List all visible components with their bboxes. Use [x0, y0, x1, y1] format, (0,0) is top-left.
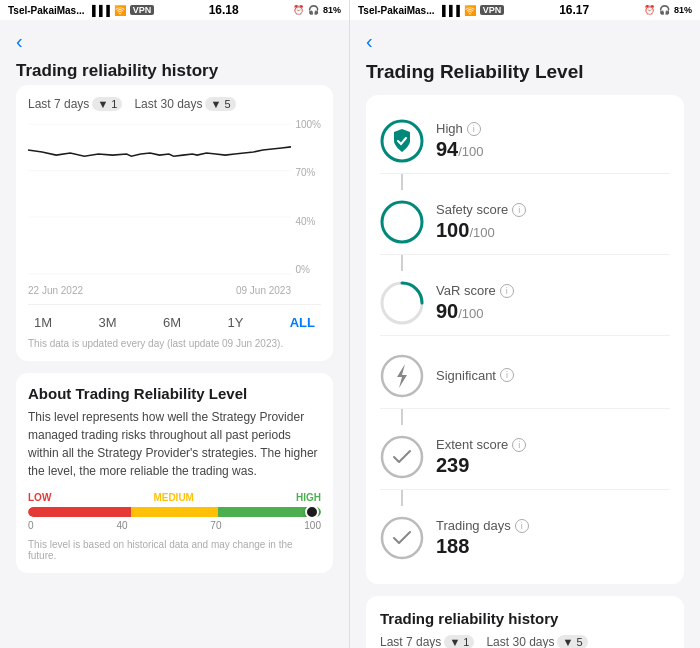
reliability-item-high: High i 94/100 — [380, 109, 670, 174]
status-bar-right-battery: ⏰ 🎧 81% — [644, 5, 692, 15]
status-bar-right: Tsel-PakaiMas... ▐▐▐ 🛜 VPN 16.17 ⏰ 🎧 81% — [350, 0, 700, 20]
extent-label: Extent score i — [436, 437, 670, 452]
svg-marker-8 — [397, 364, 407, 388]
right-chart-title: Trading reliability history — [380, 610, 670, 627]
info-icon-var[interactable]: i — [500, 284, 514, 298]
chart-filters: Last 7 days ▼ 1 Last 30 days ▼ 5 — [28, 97, 321, 111]
time-btn-1m[interactable]: 1M — [28, 313, 58, 332]
headphone-icon: 🎧 — [308, 5, 319, 15]
left-panel: Tsel-PakaiMas... ▐▐▐ 🛜 VPN 16.18 ⏰ 🎧 81%… — [0, 0, 350, 648]
significant-label: Significant i — [436, 368, 670, 383]
wifi-icon-right: 🛜 — [464, 5, 476, 16]
connector-4 — [401, 490, 403, 506]
trading-days-info: Trading days i 188 — [436, 518, 670, 558]
time-btn-3m[interactable]: 3M — [92, 313, 122, 332]
chart-y-labels: 100% 70% 40% 0% — [295, 119, 321, 279]
about-section: About Trading Reliability Level This lev… — [16, 373, 333, 573]
spacer — [380, 336, 670, 344]
right-chart-filters: Last 7 days ▼ 1 Last 30 days ▼ 5 — [380, 635, 670, 648]
about-title: About Trading Reliability Level — [28, 385, 321, 402]
vpn-badge-right: VPN — [480, 5, 505, 15]
time-btn-all[interactable]: ALL — [284, 313, 321, 332]
info-icon-extent[interactable]: i — [512, 438, 526, 452]
time-btn-6m[interactable]: 6M — [157, 313, 187, 332]
battery-right: 81% — [674, 5, 692, 15]
gauge-container: LOW MEDIUM HIGH 0 40 70 100 — [28, 492, 321, 531]
about-text: This level represents how well the Strat… — [28, 408, 321, 480]
right-panel: Tsel-PakaiMas... ▐▐▐ 🛜 VPN 16.17 ⏰ 🎧 81%… — [350, 0, 700, 648]
time-btn-1y[interactable]: 1Y — [221, 313, 249, 332]
svg-point-5 — [382, 202, 422, 242]
battery-left: 81% — [323, 5, 341, 15]
trading-days-label: Trading days i — [436, 518, 670, 533]
var-circle-icon — [380, 281, 424, 325]
var-label: VaR score i — [436, 283, 670, 298]
info-icon-high[interactable]: i — [467, 122, 481, 136]
signal-icon: ▐▐▐ — [89, 5, 110, 16]
gauge-label-medium: MEDIUM — [153, 492, 194, 503]
status-bar-right-left: ⏰ 🎧 81% — [293, 5, 341, 15]
filter-7days[interactable]: Last 7 days ▼ 1 — [28, 97, 122, 111]
reliability-item-trading-days: Trading days i 188 — [380, 506, 670, 570]
info-icon-safety[interactable]: i — [512, 203, 526, 217]
var-value: 90/100 — [436, 300, 670, 323]
headphone-icon-right: 🎧 — [659, 5, 670, 15]
time-filters: 1M 3M 6M 1Y ALL — [28, 304, 321, 332]
right-panel-content: Trading Reliability Level High i 94/100 — [350, 57, 700, 648]
extent-value: 239 — [436, 454, 670, 477]
significant-info: Significant i — [436, 368, 670, 385]
lightning-icon — [380, 354, 424, 398]
chart-card: Last 7 days ▼ 1 Last 30 days ▼ 5 — [16, 85, 333, 361]
reliability-card: High i 94/100 Safety score i — [366, 95, 684, 584]
chart-area: 100% 70% 40% 0% — [28, 119, 321, 279]
back-button-left[interactable]: ‹ — [0, 20, 349, 57]
trading-days-value: 188 — [436, 535, 670, 558]
gauge-label-low: LOW — [28, 492, 51, 503]
connector-3 — [401, 409, 403, 425]
safety-value: 100/100 — [436, 219, 670, 242]
extent-info: Extent score i 239 — [436, 437, 670, 477]
info-icon-trading-days[interactable]: i — [515, 519, 529, 533]
safety-circle-icon — [380, 200, 424, 244]
gauge-numbers: 0 40 70 100 — [28, 520, 321, 531]
status-bar-right-info: Tsel-PakaiMas... ▐▐▐ 🛜 VPN — [358, 5, 504, 16]
carrier-right: Tsel-PakaiMas... — [358, 5, 435, 16]
reliability-item-safety: Safety score i 100/100 — [380, 190, 670, 255]
vpn-badge-left: VPN — [130, 5, 155, 15]
status-bar-left: Tsel-PakaiMas... ▐▐▐ 🛜 VPN 16.18 ⏰ 🎧 81% — [0, 0, 349, 20]
reliability-item-extent: Extent score i 239 — [380, 425, 670, 490]
high-value: 94/100 — [436, 138, 670, 161]
connector-1 — [401, 174, 403, 190]
high-info: High i 94/100 — [436, 121, 670, 161]
wifi-icon: 🛜 — [114, 5, 126, 16]
chart-section-title: Trading reliability history — [16, 61, 333, 81]
shield-icon — [380, 119, 424, 163]
gauge-bar — [28, 507, 321, 517]
back-button-right[interactable]: ‹ — [350, 20, 700, 57]
alarm-icon-right: ⏰ — [644, 5, 655, 15]
left-panel-content: Trading reliability history Last 7 days … — [0, 57, 349, 648]
reliability-item-significant: Significant i — [380, 344, 670, 409]
chart-svg — [28, 119, 291, 279]
chart-x-labels: 22 Jun 2022 09 Jun 2023 — [28, 285, 321, 296]
right-filter-7days[interactable]: Last 7 days ▼ 1 — [380, 635, 474, 648]
gauge-labels: LOW MEDIUM HIGH — [28, 492, 321, 503]
reliability-item-var: VaR score i 90/100 — [380, 271, 670, 336]
carrier-left: Tsel-PakaiMas... — [8, 5, 85, 16]
gauge-label-high: HIGH — [296, 492, 321, 503]
info-icon-significant[interactable]: i — [500, 368, 514, 382]
check-circle-trading-icon — [380, 516, 424, 560]
alarm-icon: ⏰ — [293, 5, 304, 15]
gauge-thumb — [305, 507, 319, 517]
time-left: 16.18 — [209, 3, 239, 17]
right-filter-30days[interactable]: Last 30 days ▼ 5 — [486, 635, 587, 648]
chart-note: This data is updated every day (last upd… — [28, 338, 321, 349]
gauge-note: This level is based on historical data a… — [28, 539, 321, 561]
safety-info: Safety score i 100/100 — [436, 202, 670, 242]
filter-30days[interactable]: Last 30 days ▼ 5 — [134, 97, 235, 111]
time-right: 16.17 — [559, 3, 589, 17]
gauge-bar-fill — [28, 507, 321, 517]
var-info: VaR score i 90/100 — [436, 283, 670, 323]
connector-2 — [401, 255, 403, 271]
high-label: High i — [436, 121, 670, 136]
